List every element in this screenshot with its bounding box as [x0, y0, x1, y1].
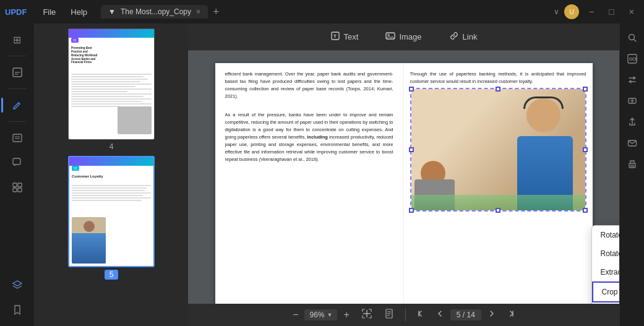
document-page: efficient bank management. Over the year…: [215, 63, 593, 304]
handle-bottom-right[interactable]: [583, 208, 588, 213]
link-tool-icon: [449, 31, 459, 43]
link-tool-label: Link: [463, 32, 478, 41]
svg-rect-8: [18, 183, 22, 187]
thumb-img-5: 03 Customer Loyalty: [68, 156, 155, 267]
svg-line-22: [633, 40, 636, 42]
text-tool-label: Text: [344, 32, 359, 41]
handle-mid-left[interactable]: [409, 147, 414, 152]
left-sidebar: ⊞: [0, 24, 35, 326]
tab-area: ▼ The Most...opy_Copy × +: [101, 5, 554, 19]
thumb-img-4: 02 Promoting BestPractice andReducing Wo…: [68, 28, 155, 140]
thumbnail-page-4[interactable]: 02 Promoting BestPractice andReducing Wo…: [40, 28, 183, 151]
svg-text:T: T: [333, 33, 337, 39]
sidebar-bottom-icons: [6, 274, 28, 321]
handle-bottom-mid[interactable]: [496, 208, 500, 213]
thumb-label-4: 4: [109, 142, 114, 151]
prev-page-button[interactable]: [432, 308, 448, 322]
zoom-out-button[interactable]: −: [289, 308, 302, 322]
svg-rect-10: [18, 188, 22, 192]
ctx-rotate-cw[interactable]: Rotate Clockwise: [592, 244, 620, 263]
handle-top-mid[interactable]: [496, 87, 500, 92]
sidebar-item-forms[interactable]: [6, 127, 28, 149]
tab-close-button[interactable]: ×: [196, 7, 200, 16]
selected-image: [411, 89, 585, 210]
tab-label: The Most...opy_Copy: [121, 7, 191, 16]
ocr-button[interactable]: OCR: [623, 49, 642, 68]
menu-bar: File Help: [36, 5, 93, 19]
print-button[interactable]: [623, 155, 642, 173]
thumbnail-page-5[interactable]: 03 Customer Loyalty: [40, 156, 183, 280]
selected-image-wrapper[interactable]: Rotate Counterclockwise Rotate Clockwise…: [410, 88, 586, 212]
svg-rect-9: [13, 188, 17, 192]
next-page-button[interactable]: [484, 308, 500, 322]
page-navigation: 5 / 14: [413, 308, 518, 322]
add-tab-button[interactable]: +: [213, 6, 220, 19]
sidebar-item-edit[interactable]: [6, 94, 28, 116]
fit-width-button[interactable]: [358, 307, 376, 322]
title-bar-right: ∨ U − □ ×: [554, 4, 639, 19]
ctx-rotate-ccw[interactable]: Rotate Counterclockwise: [592, 226, 620, 244]
avatar: U: [564, 4, 579, 19]
active-tab[interactable]: ▼ The Most...opy_Copy ×: [101, 5, 208, 19]
tab-arrow-icon: ▼: [108, 7, 116, 16]
text-tool-button[interactable]: T Text: [324, 28, 365, 45]
toolbar-divider: [405, 309, 406, 321]
fit-page-button[interactable]: [380, 307, 398, 322]
left-col-text-2: As a result of the pressure, banks have …: [225, 111, 393, 163]
main-layout: ⊞: [0, 24, 644, 326]
dropdown-icon[interactable]: ∨: [554, 7, 559, 16]
last-page-button[interactable]: [502, 308, 518, 322]
compress-button[interactable]: [623, 92, 642, 110]
maximize-button[interactable]: □: [604, 7, 619, 17]
sidebar-item-annotate[interactable]: [6, 61, 28, 84]
search-panel-button[interactable]: [623, 28, 642, 47]
svg-point-14: [388, 34, 390, 36]
sidebar-item-thumbnail[interactable]: ⊞: [6, 28, 28, 51]
svg-rect-7: [13, 183, 17, 187]
link-tool-button[interactable]: Link: [443, 28, 484, 45]
title-bar: UPDF File Help ▼ The Most...opy_Copy × +…: [0, 0, 644, 24]
sidebar-item-comment[interactable]: [6, 152, 28, 174]
convert-button[interactable]: [623, 71, 642, 89]
right-sidebar: OCR: [619, 24, 644, 326]
ctx-crop-image[interactable]: Crop Image: [592, 281, 620, 302]
sidebar-item-organize[interactable]: [6, 176, 28, 199]
svg-rect-3: [13, 134, 22, 142]
mail-button[interactable]: [623, 134, 642, 152]
image-tool-button[interactable]: Image: [379, 28, 427, 45]
sidebar-divider-3: [8, 121, 27, 122]
right-col-top-text: Through the use of paperless banking met…: [410, 71, 586, 85]
handle-bottom-left[interactable]: [409, 208, 414, 213]
handle-mid-right[interactable]: [583, 147, 588, 152]
first-page-button[interactable]: [413, 308, 429, 322]
minimize-button[interactable]: −: [584, 7, 599, 17]
sidebar-divider-2: [8, 88, 27, 89]
close-window-button[interactable]: ×: [624, 7, 639, 17]
page-indicator[interactable]: 5 / 14: [450, 309, 481, 320]
edit-toolbar: T Text Image: [188, 24, 619, 51]
ctx-extract-image[interactable]: Extract Image: [592, 263, 620, 281]
sidebar-divider-1: [8, 56, 27, 56]
zoom-value-button[interactable]: 96% ▼: [304, 309, 337, 320]
handle-top-right[interactable]: [583, 87, 588, 92]
share-button[interactable]: [623, 113, 642, 131]
zoom-in-button[interactable]: +: [340, 308, 353, 322]
image-tool-label: Image: [399, 32, 421, 41]
svg-text:OCR: OCR: [629, 57, 637, 61]
help-menu[interactable]: Help: [64, 5, 93, 19]
file-menu[interactable]: File: [36, 5, 62, 19]
doc-left-column: efficient bank management. Over the year…: [215, 63, 404, 304]
sidebar-item-bookmark[interactable]: [6, 299, 28, 321]
sidebar-item-layers[interactable]: [6, 274, 28, 296]
handle-top-left[interactable]: [409, 87, 414, 92]
thumbnail-panel[interactable]: 02 Promoting BestPractice andReducing Wo…: [35, 24, 188, 326]
doc-view[interactable]: efficient bank management. Over the year…: [188, 51, 619, 304]
bottom-toolbar: − 96% ▼ +: [188, 304, 619, 326]
image-tool-icon: [385, 31, 395, 43]
text-tool-icon: T: [330, 31, 340, 43]
ctx-remove-crop[interactable]: Remove Crop: [592, 302, 620, 304]
svg-rect-30: [630, 165, 634, 166]
zoom-dropdown-icon: ▼: [327, 312, 333, 318]
app-logo: UPDF: [5, 7, 27, 17]
thumb-label-5: 5: [105, 270, 119, 280]
